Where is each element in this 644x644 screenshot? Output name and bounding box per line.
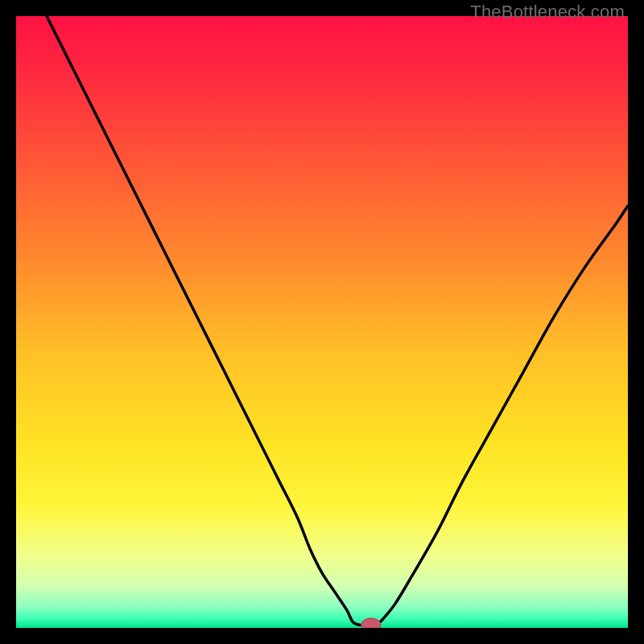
plot-area <box>16 16 628 628</box>
chart-frame: TheBottleneck.com <box>0 0 644 644</box>
bottleneck-chart <box>16 16 628 628</box>
watermark-text: TheBottleneck.com <box>470 2 625 23</box>
minimum-marker <box>361 618 381 628</box>
gradient-background <box>16 16 628 628</box>
